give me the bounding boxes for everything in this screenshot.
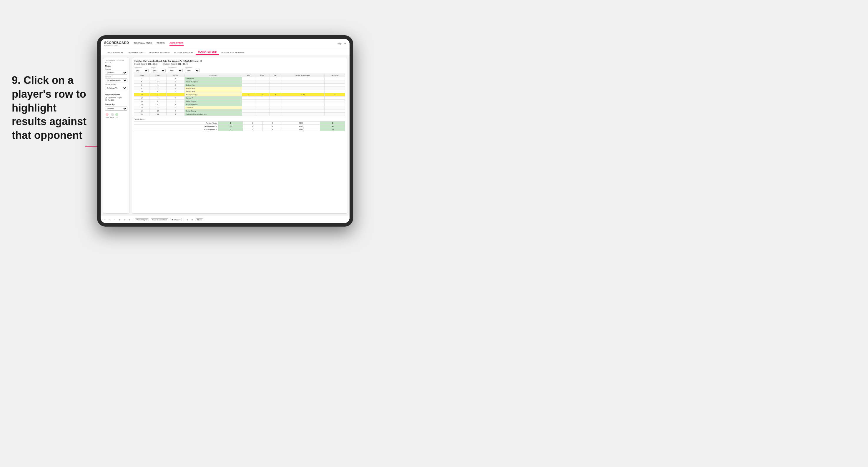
nav-teams[interactable]: TEAMS [157,41,165,45]
nav-tournaments[interactable]: TOURNAMENTS [133,41,152,45]
undo2-button[interactable]: ↩ [108,218,111,221]
nav-committee[interactable]: COMMITTEE [169,41,184,45]
region-filter-select[interactable]: (All) [151,69,166,72]
opponents-filter-select[interactable]: (All) [134,69,149,72]
view-original-button[interactable]: View: Original [135,218,149,221]
ood-table-row[interactable]: NCAA Division 2 5 0 0 7.400 10 [134,128,345,131]
cell-rounds [324,110,345,113]
cell-loss [255,106,270,110]
colour-by-select[interactable]: Win/loss [105,106,127,111]
cell-win [242,100,255,103]
table-row[interactable]: 10 6 3 Andrea York [134,90,345,93]
cell-loss [255,113,270,116]
ood-table-row[interactable]: Foreign Team 1 0 0 4.500 2 [134,122,345,125]
opponent-filter-select[interactable]: (All) [185,69,200,72]
cell-reg: 1 [150,87,166,90]
sub-nav: TEAM SUMMARY TEAM H2H GRID TEAM H2H HEAT… [101,48,349,55]
filter-opponents: Opponents: (All) [134,67,149,72]
cell-opponent: Sydney Kuo [185,84,242,87]
sign-out-button[interactable]: Sign out [338,42,346,45]
cell-rounds [324,90,345,93]
cell-loss [255,90,270,93]
watch-button[interactable]: 👁 Watch ▾ [170,218,182,221]
table-row[interactable]: 3 2 1 Esther Lee [134,77,345,80]
cell-tie [270,100,281,103]
cell-opponent: Jessica Huang [185,93,242,96]
division-select[interactable]: NCAA Division III [105,78,127,83]
cell-tie [270,84,281,87]
cell-win [242,106,255,110]
table-row[interactable]: 20 11 7 Federica Domecq Lacroze [134,113,345,116]
cell-diff [281,87,324,90]
ood-rounds: 2 [320,122,345,125]
cell-diff [281,103,324,106]
cell-opponent: Stella Cheng [185,100,242,103]
player-rank-select[interactable]: 8. Katelyn Vo [105,86,127,90]
cell-tie [270,80,281,84]
cell-tie [270,103,281,106]
overall-record-label: Overall Record: 353 - 34 - 6 [134,63,157,65]
tab-team-summary[interactable]: TEAM SUMMARY [104,50,126,55]
cell-reg: 2 [150,80,166,84]
tab-player-h2h-heatmap[interactable]: PLAYER H2H HEATMAP [219,50,247,55]
radio-opponents-played[interactable]: Opponents Played [105,97,127,99]
undo-button[interactable]: ↩ [103,218,106,221]
ood-ties: 0 [262,128,282,131]
opponent-view-section: Opponent view Opponents Played Top 100 [105,94,127,101]
cell-opponent: Esther Lee [185,77,242,80]
table-row[interactable]: 16 9 1 Jessica Mason [134,103,345,106]
table-row[interactable]: 9 1 4 Sharon Mun [134,87,345,90]
cell-conf: 6 [166,110,185,113]
cell-rounds [324,106,345,110]
conference-filter-select[interactable]: (All) [168,69,183,72]
redo-button[interactable]: ↪ [113,218,116,221]
cell-conf: 2 [166,106,185,110]
cell-loss [255,103,270,106]
ood-table: Foreign Team 1 0 0 4.500 2 NAIA Division… [134,121,345,131]
save-custom-view-button[interactable]: Save Custom View [151,218,168,221]
cell-div: 18 [134,106,150,110]
tab-team-h2h-grid[interactable]: TEAM H2H GRID [126,50,147,55]
share-button[interactable]: Share [196,218,203,221]
radio-top100[interactable]: Top 100 [105,99,127,101]
cell-rounds [324,103,345,106]
cell-win [242,80,255,84]
annotation-text: 9. Click on a player's row to highlight … [12,73,91,143]
tab-player-h2h-grid[interactable]: PLAYER H2H GRID [196,50,219,55]
cell-conf: 5 [166,100,185,103]
ood-table-row[interactable]: NAIA Division 1 15 0 0 9.267 30 [134,125,345,128]
cell-tie [270,110,281,113]
ood-wins: 5 [218,128,243,131]
expand-button[interactable]: ⊕ [186,218,189,221]
cell-rounds [324,87,345,90]
gender-select[interactable]: Women's [105,71,127,75]
grid-view-button[interactable]: ⊞ [191,218,194,221]
cell-div: 14 [134,96,150,100]
cell-loss [255,96,270,100]
table-row[interactable]: 19 10 6 Emily Chang [134,110,345,113]
cell-win [242,77,255,80]
table-row[interactable]: 6 1 3 Sydney Kuo [134,84,345,87]
cell-loss: 1 [255,93,270,96]
refresh-button[interactable]: ↻ [128,218,131,221]
cell-conf: 4 [166,96,185,100]
colour-legend: Down Level Up [105,113,127,118]
cell-reg: 2 [150,77,166,80]
cell-conf: 1 [166,103,185,106]
tab-player-summary[interactable]: PLAYER SUMMARY [172,50,196,55]
tab-team-h2h-heatmap[interactable]: TEAM H2H HEATMAP [147,50,172,55]
filter-opponent: Opponent (All) [185,67,200,72]
cell-div: 16 [134,103,150,106]
cell-rounds [324,113,345,116]
ood-diff: 9.267 [282,125,320,128]
radio-group: Opponents Played Top 100 [105,97,127,101]
cell-opponent: Sharon Mun [185,87,242,90]
table-row[interactable]: 14 7 4 Eunice Yi [134,96,345,100]
cell-diff [281,84,324,87]
table-row[interactable]: 18 2 2 Euna Lee [134,106,345,110]
zoom-in-button[interactable]: ⊞ [118,218,121,221]
table-row[interactable]: 13 1 Jessica Huang 0 1 0 -3.00 2 [134,93,345,96]
zoom-out-button[interactable]: ⊟ [123,218,126,221]
table-row[interactable]: 5 2 2 Alexis Sudjianto [134,80,345,84]
table-row[interactable]: 15 8 5 Stella Cheng [134,100,345,103]
